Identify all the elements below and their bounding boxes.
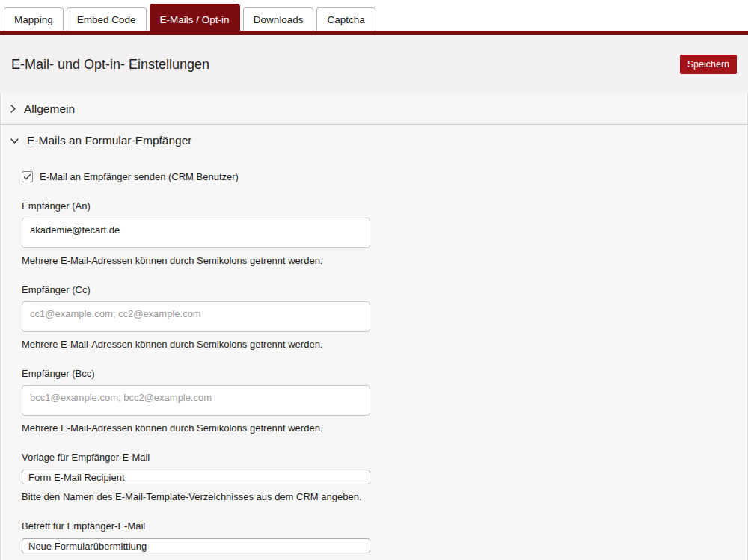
field-label: Empfänger (Cc)	[22, 284, 747, 295]
tab-bar: Mapping Embed Code E-Mails / Opt-in Down…	[0, 0, 748, 35]
field-vorlage: Vorlage für Empfänger-E-Mail Bitte den N…	[22, 452, 747, 502]
save-button[interactable]: Speichern	[680, 55, 737, 74]
tab-emails-opt-in[interactable]: E-Mails / Opt-in	[150, 4, 240, 35]
settings-accordion: Allgemein E-Mails an Formular-Empfänger …	[0, 93, 748, 560]
chevron-down-icon	[10, 138, 19, 144]
tab-captcha[interactable]: Captcha	[316, 7, 375, 31]
field-empfaenger-cc: Empfänger (Cc) Mehrere E-Mail-Adressen k…	[22, 284, 747, 350]
section-allgemein[interactable]: Allgemein	[1, 93, 747, 125]
empfaenger-an-input[interactable]: akademie@tecart.de	[22, 218, 370, 248]
chevron-right-icon	[10, 104, 16, 114]
page-header: E-Mail- und Opt-in- Einstellungen Speich…	[0, 35, 748, 93]
field-help-text: Mehrere E-Mail-Adressen können durch Sem…	[22, 255, 747, 266]
section-content: E-Mail an Empfänger senden (CRM Benutzer…	[1, 156, 747, 560]
field-help-text: Mehrere E-Mail-Adressen können durch Sem…	[22, 339, 747, 350]
field-label: Vorlage für Empfänger-E-Mail	[22, 452, 747, 463]
checkbox-label: E-Mail an Empfänger senden (CRM Benutzer…	[40, 171, 239, 182]
field-empfaenger-an: Empfänger (An) akademie@tecart.de Mehrer…	[22, 200, 747, 266]
field-help-text: Mehrere E-Mail-Adressen können durch Sem…	[22, 422, 747, 434]
field-help-text: Bitte den Namen des E-Mail-Template-Verz…	[22, 491, 747, 502]
checkbox-checked[interactable]	[22, 171, 33, 182]
field-label: Empfänger (An)	[22, 200, 747, 212]
send-to-recipient-checkbox-row[interactable]: E-Mail an Empfänger senden (CRM Benutzer…	[22, 171, 747, 182]
page-title: E-Mail- und Opt-in- Einstellungen	[11, 57, 209, 73]
field-betreff: Betreff für Empfänger-E-Mail	[22, 520, 747, 553]
checkmark-icon	[23, 173, 31, 181]
section-allgemein-label: Allgemein	[24, 102, 75, 116]
tab-list: Mapping Embed Code E-Mails / Opt-in Down…	[4, 4, 375, 35]
betreff-input[interactable]	[22, 538, 370, 553]
field-label: Empfänger (Bcc)	[22, 368, 747, 379]
tab-downloads[interactable]: Downloads	[243, 7, 314, 31]
empfaenger-bcc-input[interactable]	[22, 385, 370, 416]
tab-mapping[interactable]: Mapping	[4, 7, 64, 31]
field-empfaenger-bcc: Empfänger (Bcc) Mehrere E-Mail-Adressen …	[22, 368, 747, 434]
empfaenger-cc-input[interactable]	[22, 301, 370, 332]
vorlage-input[interactable]	[22, 470, 370, 484]
tab-embed-code[interactable]: Embed Code	[67, 7, 147, 31]
section-emails-formular-empfaenger[interactable]: E-Mails an Formular-Empfänger	[1, 125, 747, 156]
section-emails-label: E-Mails an Formular-Empfänger	[27, 134, 192, 147]
field-label: Betreff für Empfänger-E-Mail	[22, 520, 747, 532]
